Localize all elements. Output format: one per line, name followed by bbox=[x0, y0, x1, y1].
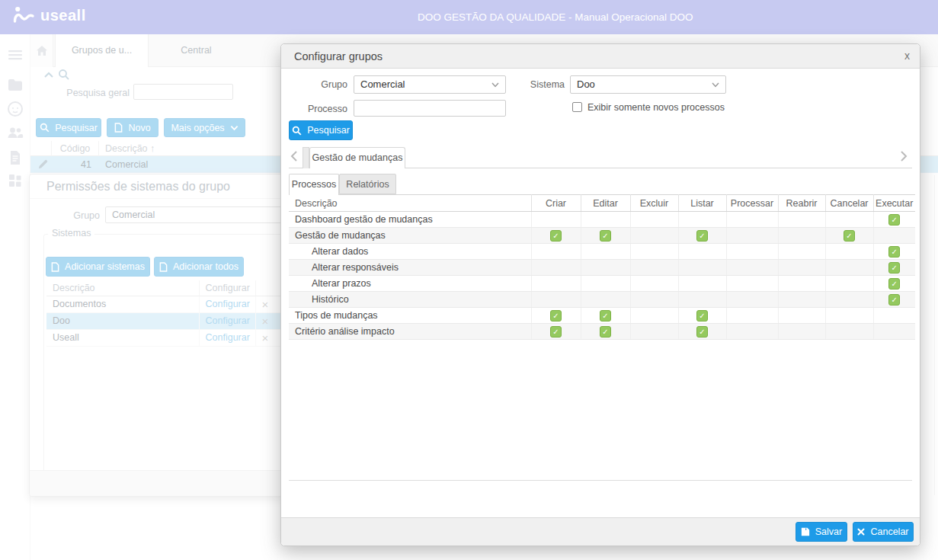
checked-checkbox-icon[interactable]: ✓ bbox=[888, 294, 900, 306]
permission-cell-checked[interactable]: ✓ bbox=[825, 228, 873, 244]
checked-checkbox-icon[interactable]: ✓ bbox=[550, 326, 562, 338]
permission-cell-empty[interactable] bbox=[778, 276, 825, 292]
checked-checkbox-icon[interactable]: ✓ bbox=[696, 326, 708, 338]
permission-cell-empty[interactable] bbox=[581, 212, 630, 228]
checked-checkbox-icon[interactable]: ✓ bbox=[888, 214, 900, 226]
checked-checkbox-icon[interactable]: ✓ bbox=[550, 310, 562, 322]
permission-cell-empty[interactable] bbox=[778, 244, 825, 260]
permission-cell-empty[interactable] bbox=[778, 292, 825, 308]
subtab-processos[interactable]: Processos bbox=[289, 174, 339, 195]
checked-checkbox-icon[interactable]: ✓ bbox=[550, 230, 562, 242]
permission-cell-empty[interactable] bbox=[873, 308, 915, 324]
checked-checkbox-icon[interactable]: ✓ bbox=[888, 278, 900, 290]
permission-cell-empty[interactable] bbox=[726, 212, 778, 228]
permission-cell-checked[interactable]: ✓ bbox=[873, 212, 915, 228]
checked-checkbox-icon[interactable]: ✓ bbox=[600, 230, 611, 242]
permission-cell-empty[interactable] bbox=[873, 324, 915, 340]
permission-cell-checked[interactable]: ✓ bbox=[531, 324, 581, 340]
permission-cell-empty[interactable] bbox=[726, 292, 778, 308]
permission-cell-empty[interactable] bbox=[630, 244, 678, 260]
checked-checkbox-icon[interactable]: ✓ bbox=[844, 230, 855, 242]
permission-cell-empty[interactable] bbox=[630, 276, 678, 292]
permission-cell-empty[interactable] bbox=[581, 244, 630, 260]
permission-cell-empty[interactable] bbox=[630, 308, 678, 324]
process-row[interactable]: Gestão de mudanças✓✓✓✓ bbox=[289, 228, 915, 244]
permission-cell-checked[interactable]: ✓ bbox=[531, 228, 581, 244]
checked-checkbox-icon[interactable]: ✓ bbox=[888, 262, 900, 274]
process-row[interactable]: Alterar responsáveis✓ bbox=[289, 260, 915, 276]
permission-cell-empty[interactable] bbox=[630, 260, 678, 276]
sistema-select[interactable]: Doo bbox=[570, 75, 726, 94]
process-row[interactable]: Critério análise impacto✓✓✓ bbox=[289, 324, 915, 340]
modal-pesquisar-button[interactable]: Pesquisar bbox=[289, 120, 353, 140]
processo-input[interactable] bbox=[354, 100, 506, 117]
permission-cell-empty[interactable] bbox=[581, 292, 630, 308]
permission-cell-empty[interactable] bbox=[531, 244, 581, 260]
permission-cell-empty[interactable] bbox=[581, 276, 630, 292]
process-row[interactable]: Histórico✓ bbox=[289, 292, 915, 308]
salvar-button[interactable]: Salvar bbox=[796, 522, 847, 542]
permission-cell-empty[interactable] bbox=[825, 324, 873, 340]
permission-cell-empty[interactable] bbox=[531, 292, 581, 308]
permission-cell-empty[interactable] bbox=[531, 212, 581, 228]
checked-checkbox-icon[interactable]: ✓ bbox=[696, 230, 708, 242]
permission-cell-empty[interactable] bbox=[825, 260, 873, 276]
permission-cell-empty[interactable] bbox=[825, 276, 873, 292]
process-row[interactable]: Alterar prazos✓ bbox=[289, 276, 915, 292]
permission-cell-checked[interactable]: ✓ bbox=[873, 244, 915, 260]
permission-cell-checked[interactable]: ✓ bbox=[873, 260, 915, 276]
checked-checkbox-icon[interactable]: ✓ bbox=[696, 310, 708, 322]
permission-cell-empty[interactable] bbox=[726, 260, 778, 276]
partial-previous-tab[interactable] bbox=[303, 147, 309, 168]
permission-cell-empty[interactable] bbox=[873, 228, 915, 244]
permission-cell-empty[interactable] bbox=[630, 292, 678, 308]
permission-cell-empty[interactable] bbox=[581, 260, 630, 276]
process-row[interactable]: Dashboard gestão de mudanças✓ bbox=[289, 212, 915, 228]
permission-cell-checked[interactable]: ✓ bbox=[678, 308, 726, 324]
permission-cell-empty[interactable] bbox=[678, 212, 726, 228]
close-icon[interactable]: x bbox=[904, 44, 910, 68]
permission-cell-empty[interactable] bbox=[778, 324, 825, 340]
permission-cell-empty[interactable] bbox=[726, 308, 778, 324]
permission-cell-checked[interactable]: ✓ bbox=[531, 308, 581, 324]
grupo-select[interactable]: Comercial bbox=[354, 75, 506, 94]
permission-cell-empty[interactable] bbox=[825, 244, 873, 260]
permission-cell-empty[interactable] bbox=[825, 212, 873, 228]
permission-cell-checked[interactable]: ✓ bbox=[678, 228, 726, 244]
permission-cell-empty[interactable] bbox=[678, 276, 726, 292]
permission-cell-empty[interactable] bbox=[630, 212, 678, 228]
permission-cell-empty[interactable] bbox=[778, 308, 825, 324]
permission-cell-empty[interactable] bbox=[726, 244, 778, 260]
permission-cell-empty[interactable] bbox=[678, 244, 726, 260]
tab-gestao-de-mudancas[interactable]: Gestão de mudanças bbox=[309, 147, 405, 168]
permission-cell-checked[interactable]: ✓ bbox=[581, 228, 630, 244]
permission-cell-checked[interactable]: ✓ bbox=[581, 324, 630, 340]
permission-cell-checked[interactable]: ✓ bbox=[873, 292, 915, 308]
permission-cell-empty[interactable] bbox=[825, 292, 873, 308]
permission-cell-empty[interactable] bbox=[778, 260, 825, 276]
checked-checkbox-icon[interactable]: ✓ bbox=[600, 326, 611, 338]
permission-cell-checked[interactable]: ✓ bbox=[873, 276, 915, 292]
tab-scroll-left-icon[interactable] bbox=[290, 150, 299, 162]
exibir-novos-checkbox[interactable] bbox=[572, 102, 582, 112]
permission-cell-empty[interactable] bbox=[678, 292, 726, 308]
checked-checkbox-icon[interactable]: ✓ bbox=[888, 246, 900, 258]
permission-cell-empty[interactable] bbox=[726, 324, 778, 340]
permission-cell-empty[interactable] bbox=[678, 260, 726, 276]
checked-checkbox-icon[interactable]: ✓ bbox=[600, 310, 611, 322]
permission-cell-empty[interactable] bbox=[630, 324, 678, 340]
permission-cell-checked[interactable]: ✓ bbox=[581, 308, 630, 324]
cancelar-button[interactable]: Cancelar bbox=[853, 522, 914, 542]
subtab-relatorios[interactable]: Relatórios bbox=[339, 174, 396, 194]
permission-cell-empty[interactable] bbox=[778, 228, 825, 244]
permission-cell-empty[interactable] bbox=[726, 228, 778, 244]
permission-cell-empty[interactable] bbox=[531, 260, 581, 276]
permission-cell-empty[interactable] bbox=[630, 228, 678, 244]
permission-cell-checked[interactable]: ✓ bbox=[678, 324, 726, 340]
permission-cell-empty[interactable] bbox=[726, 276, 778, 292]
process-row[interactable]: Tipos de mudanças✓✓✓ bbox=[289, 308, 915, 324]
permission-cell-empty[interactable] bbox=[825, 308, 873, 324]
permission-cell-empty[interactable] bbox=[778, 212, 825, 228]
tab-scroll-right-icon[interactable] bbox=[900, 150, 908, 162]
permission-cell-empty[interactable] bbox=[531, 276, 581, 292]
